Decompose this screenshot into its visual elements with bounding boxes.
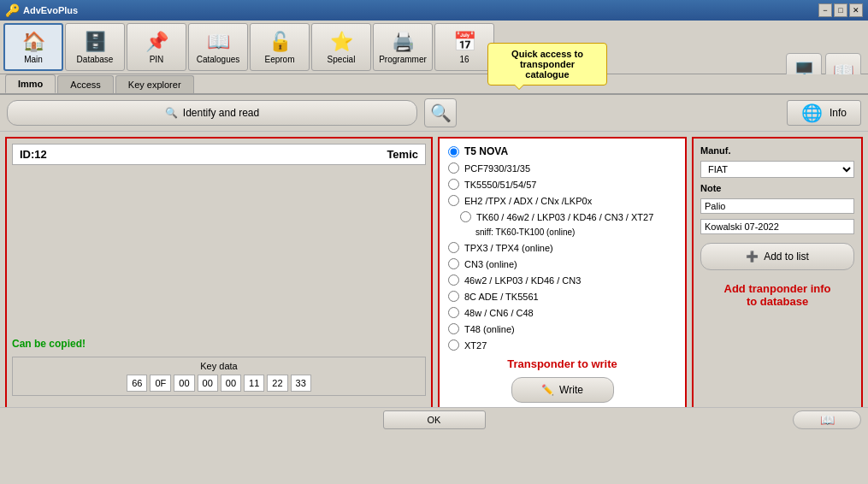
tab-access[interactable]: Access <box>57 75 113 93</box>
key-data-title: Key data <box>16 361 422 371</box>
primary-tabs: Immo Access Key explorer <box>0 74 868 95</box>
scan-icon: 🔍 <box>430 103 452 123</box>
toolbar-catalogues[interactable]: 📖 Catalogues <box>188 23 248 71</box>
database-icon: 🗄️ <box>84 31 107 53</box>
note-label: Note <box>700 183 854 193</box>
byte-value: 11 <box>244 375 264 392</box>
write-button[interactable]: ✏️ Write <box>511 377 614 403</box>
add-label: Add to list <box>764 251 809 263</box>
ok-button[interactable]: OK <box>383 410 486 429</box>
byte-value: 66 <box>127 375 147 392</box>
right-panel: Manuf. FIAT Note ➕ Add to list Add tranp… <box>692 137 863 426</box>
option-eh2[interactable]: EH2 /TPX / ADX / CNx /LKP0x <box>445 193 680 208</box>
toolbar-special[interactable]: ⭐ Special <box>311 23 371 71</box>
option-pcf[interactable]: PCF7930/31/35 <box>445 161 680 175</box>
pin-icon: 📌 <box>145 31 168 53</box>
byte-value: 0F <box>150 375 171 392</box>
main-content: ID:12 Temic Can be copied! Key data 660F… <box>0 132 868 431</box>
toolbar-timer-label: 16 <box>459 55 469 64</box>
option-cn3[interactable]: CN3 (online) <box>445 257 680 271</box>
option-t5nova-label: T5 NOVA <box>464 145 508 157</box>
quick-access-tooltip: Quick access to transponder catalogue <box>487 43 607 86</box>
programmer-icon: 🖨️ <box>392 31 415 53</box>
eeprom-icon: 🔓 <box>269 31 292 53</box>
byte-value: 00 <box>221 375 241 392</box>
add-to-list-button[interactable]: ➕ Add to list <box>700 243 854 270</box>
empty-display-area <box>12 168 426 331</box>
toolbar-pin[interactable]: 📌 PIN <box>127 23 186 71</box>
option-tpx3[interactable]: TPX3 / TPX4 (online) <box>445 240 680 255</box>
toolbar-timer[interactable]: 📅 16 <box>434 23 494 71</box>
toolbar-catalogues-label: Catalogues <box>197 55 240 64</box>
note2-input[interactable] <box>700 219 854 234</box>
byte-value: 22 <box>267 375 287 392</box>
write-label: Write <box>559 384 583 396</box>
manufacturer-select[interactable]: FIAT <box>700 161 854 178</box>
option-t5nova[interactable]: T5 NOVA <box>445 144 680 159</box>
option-xt27-label: XT27 <box>464 340 487 351</box>
option-48w[interactable]: 48w / CN6 / C48 <box>445 305 680 320</box>
option-tk5550-label: TK5550/51/54/57 <box>464 180 536 190</box>
window-controls: − □ ✕ <box>818 3 863 17</box>
tab-immo[interactable]: Immo <box>5 74 56 93</box>
option-46w2-label: 46w2 / LKP03 / KD46 / CN3 <box>464 275 581 286</box>
catalogues-icon: 📖 <box>207 31 230 53</box>
toolbar-database[interactable]: 🗄️ Database <box>65 23 125 71</box>
close-button[interactable]: ✕ <box>849 3 863 17</box>
option-t48[interactable]: T48 (online) <box>445 322 680 336</box>
toolbar-eeprom-label: Eeprom <box>264 55 294 64</box>
manufacturer-label: Manuf. <box>700 145 854 156</box>
option-pcf-label: PCF7930/31/35 <box>464 163 530 174</box>
write-icon: ✏️ <box>541 384 554 396</box>
byte-value: 00 <box>198 375 218 392</box>
option-xt27[interactable]: XT27 <box>445 338 680 352</box>
title-bar: 🔑 AdvEvoPlus − □ ✕ <box>0 0 868 21</box>
toolbar-programmer[interactable]: 🖨️ Programmer <box>373 23 433 71</box>
option-8cade[interactable]: 8C ADE / TK5561 <box>445 289 680 304</box>
tab-key-explorer[interactable]: Key explorer <box>115 75 194 93</box>
option-t48-label: T48 (online) <box>464 324 515 334</box>
id-number: ID:12 <box>20 148 47 161</box>
identify-read-button[interactable]: 🔍 Identify and read <box>7 100 417 126</box>
add-icon: ➕ <box>746 251 759 263</box>
add-to-database-label: Add tranponder infoto database <box>700 282 854 308</box>
option-eh2-label: EH2 /TPX / ADX / CNx /LKP0x <box>464 196 592 206</box>
note1-input[interactable] <box>700 198 854 214</box>
app-icon: 🔑 <box>5 3 20 17</box>
book-button-bottom[interactable]: 📖 <box>793 410 861 429</box>
option-tk60-sub: sniff: TK60-TK100 (online) <box>460 227 575 237</box>
option-cn3-label: CN3 (online) <box>464 259 517 269</box>
id-header: ID:12 Temic <box>12 144 426 165</box>
info-label: Info <box>830 107 847 119</box>
toolbar-main[interactable]: 🏠 Main <box>3 23 63 71</box>
option-tk60-label: TK60 / 46w2 / LKP03 / KD46 / CN3 / XT27 <box>476 212 653 222</box>
middle-panel: T5 NOVA PCF7930/31/35 TK5550/51/54/57 EH… <box>438 137 687 426</box>
app-title-text: AdvEvoPlus <box>23 5 78 15</box>
option-8cade-label: 8C ADE / TK5561 <box>464 292 539 302</box>
can-be-copied-message: Can be copied! <box>12 338 426 350</box>
book-icon-bottom: 📖 <box>820 413 835 427</box>
identify-icon: 🔍 <box>165 107 178 119</box>
scan-button[interactable]: 🔍 <box>424 98 457 127</box>
option-46w2[interactable]: 46w2 / LKP03 / KD46 / CN3 <box>445 273 680 287</box>
transponder-to-write-label: Transponder to write <box>445 357 680 370</box>
timer-icon: 📅 <box>453 31 476 53</box>
option-tpx3-label: TPX3 / TPX4 (online) <box>464 243 553 253</box>
info-button[interactable]: 🌐 Info <box>787 100 861 126</box>
toolbar-database-label: Database <box>77 55 114 64</box>
special-icon: ⭐ <box>330 31 353 53</box>
left-panel: ID:12 Temic Can be copied! Key data 660F… <box>5 137 433 426</box>
action-bar: 🔍 Identify and read 🔍 🌐 Info <box>0 95 868 132</box>
option-tk60[interactable]: TK60 / 46w2 / LKP03 / KD46 / CN3 / XT27 … <box>445 210 680 239</box>
toolbar-programmer-label: Programmer <box>379 55 427 64</box>
minimize-button[interactable]: − <box>818 3 832 17</box>
toolbar-eeprom[interactable]: 🔓 Eeprom <box>250 23 310 71</box>
bottom-bar: OK 📖 <box>0 407 868 431</box>
key-data-box: Key data 660F000000112233 <box>12 357 426 396</box>
main-icon: 🏠 <box>22 31 45 53</box>
toolbar-pin-label: PIN <box>150 55 164 64</box>
key-data-bytes: 660F000000112233 <box>16 375 422 392</box>
maximize-button[interactable]: □ <box>834 3 847 17</box>
option-48w-label: 48w / CN6 / C48 <box>464 308 534 318</box>
option-tk5550[interactable]: TK5550/51/54/57 <box>445 177 680 192</box>
